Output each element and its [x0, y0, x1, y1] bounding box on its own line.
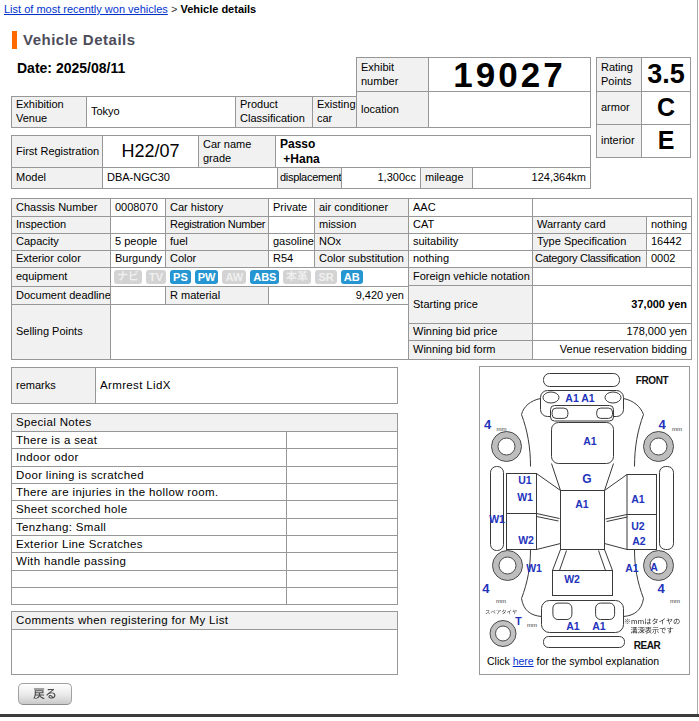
svg-text:G: G: [582, 472, 591, 486]
svg-text:A1 A1: A1 A1: [565, 392, 595, 404]
svg-text:4: 4: [482, 581, 490, 596]
svg-text:mm: mm: [527, 622, 537, 628]
svg-text:W1: W1: [517, 491, 533, 503]
svg-text:4: 4: [658, 417, 666, 432]
svg-text:mm: mm: [497, 426, 507, 432]
svg-text:W1: W1: [526, 562, 542, 574]
svg-text:A1: A1: [592, 620, 606, 632]
svg-text:mm: mm: [672, 426, 682, 432]
svg-text:4: 4: [484, 417, 492, 432]
svg-text:T: T: [515, 615, 522, 627]
svg-text:W2: W2: [564, 573, 580, 585]
svg-text:W2: W2: [518, 534, 534, 546]
svg-text:4: 4: [657, 581, 665, 596]
svg-text:A1: A1: [625, 562, 639, 574]
svg-text:A2: A2: [632, 535, 646, 547]
svg-text:W1: W1: [489, 513, 505, 525]
svg-text:U2: U2: [631, 520, 645, 532]
svg-text:mm: mm: [670, 598, 680, 604]
svg-text:A1: A1: [575, 498, 589, 510]
svg-text:U1: U1: [518, 474, 532, 486]
svg-text:REAR: REAR: [634, 640, 662, 651]
svg-text:A1: A1: [583, 435, 597, 447]
svg-text:A1: A1: [566, 620, 580, 632]
svg-text:A: A: [650, 561, 658, 573]
svg-text:mm: mm: [496, 598, 506, 604]
svg-text:FRONT: FRONT: [636, 375, 669, 386]
svg-text:A1: A1: [631, 493, 645, 505]
